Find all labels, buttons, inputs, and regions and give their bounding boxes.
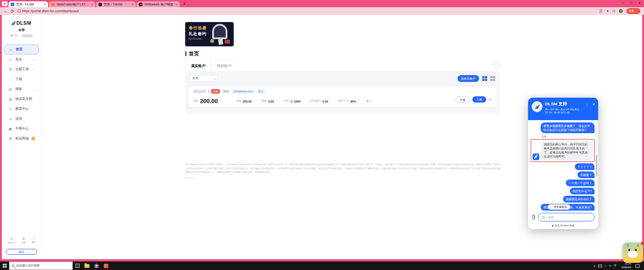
new-tab-button[interactable]: + (183, 1, 186, 6)
chevron-down-icon: ∨ (33, 58, 35, 61)
tab-close-icon[interactable]: ✕ (91, 3, 93, 6)
start-button[interactable] (0, 261, 9, 270)
taskbar-search[interactable]: 在此键入进行搜索 (9, 261, 73, 270)
sidebar: DLSM 全球 账户ID： ⌂ 首页 ¤ 资金 ∨ (2, 15, 42, 259)
new-live-account-button[interactable]: 新真实账户 (457, 75, 480, 82)
browser-tab-dlsm[interactable]: 首页 / DLSM ✕ (9, 1, 48, 7)
extensions-icon[interactable]: ⊡ (612, 9, 615, 13)
page-title: 首页 (185, 50, 199, 57)
points-icon: ❖ (8, 137, 13, 141)
pen-icon[interactable]: ✎ (609, 264, 611, 268)
chat-messages[interactable]: 要我录视频我也录视频了，现在还不给出金是什么意思？纯纯不要脸？ 客服 感谢您的耐… (528, 120, 598, 212)
chevron-down-icon: ∨ (214, 77, 216, 80)
sidebar-item-trading-tools[interactable]: ⚙ 交易工具 ∨ (4, 64, 39, 74)
promo-banner[interactable]: 春行拾趣 礼赴春约 Apr Promotion (185, 22, 234, 46)
account-settings-gear-icon[interactable]: ⚙ (489, 97, 492, 102)
window-controls: ─ □ ✕ (618, 0, 644, 6)
coupon-icon: ▣ (8, 127, 13, 131)
logout-button[interactable]: 退出 (6, 249, 37, 255)
taskbar-clock[interactable]: 19:34 2026/4/6 (620, 262, 633, 269)
support-avatar (532, 101, 542, 112)
list-view-toggle[interactable] (482, 76, 487, 81)
refresh-icon[interactable]: ⟳ (11, 9, 14, 14)
chat-menu-kebab-icon[interactable]: ⋮ (585, 102, 589, 120)
profile-avatar[interactable] (618, 9, 623, 14)
account-id-redacted (22, 34, 33, 37)
browser-tab-m4markets[interactable]: M4 M4Markets 账户概览 ✕ (137, 1, 180, 7)
mascot-chat-launcher[interactable] (623, 243, 643, 263)
chat-minimize-chevron-icon[interactable]: ∨ (592, 102, 595, 120)
tab-strip: ∨ 首页 / DLSM ✕ MetaTrader账户 | ETO Markets… (0, 0, 644, 7)
message-icon: ✉ (10, 237, 13, 241)
deposit-button[interactable]: 入金 (472, 96, 486, 103)
chat-message-agent: 感谢您的耐心等待，由于目前您的账号是由我们的风控团队接手的了，还请您在相关的邮件… (541, 141, 593, 160)
browser-tab-metatrader[interactable]: MetaTrader账户 | ETO Markets Li… ✕ (49, 1, 95, 7)
action-center-icon[interactable] (635, 264, 640, 268)
support-chat-widget: DLSM 支持 周一 (07: 00) - 周六 (24: 00) 周日 07:… (528, 98, 598, 229)
gear-icon: ⚙ (22, 237, 25, 241)
app-icon (104, 264, 108, 268)
status-tag-disabled: 禁用 (211, 89, 220, 94)
chat-message-user: 要我录视频我也录视频了，现在还不给出金是什么意思？纯纯不要脸？ (541, 122, 595, 133)
chat-message-user: ？？？？？ (575, 163, 595, 170)
network-icon[interactable] (598, 265, 602, 267)
chrome-button[interactable] (92, 261, 101, 270)
tab-title: 首页 / DLSM (16, 2, 42, 7)
dlsm-logo: DLSM (2, 20, 41, 26)
grid-view-toggle[interactable] (490, 76, 495, 81)
sidebar-menu: ⌂ 首页 ¤ 资金 ∨ ⚙ 交易工具 ∨ ↓ 下载 (2, 45, 41, 144)
back-icon[interactable]: ← (4, 9, 8, 14)
task-view-button[interactable] (73, 261, 82, 270)
tab-title: MetaTrader账户 | ETO Markets Li… (57, 2, 89, 7)
tab-close-icon[interactable]: ✕ (175, 3, 178, 6)
tab-close-icon[interactable]: ✕ (44, 3, 46, 6)
scroll-to-latest-button[interactable]: ↓ 查看最新的 (548, 204, 570, 210)
site-info-icon[interactable] (18, 9, 21, 13)
m4markets-favicon: M4 (139, 3, 142, 6)
window-menu-chevron-icon[interactable]: ∨ (2, 1, 8, 6)
dlsm-favicon (11, 3, 14, 6)
sidebar-item-points-mall[interactable]: ❖ 积分商城 2 (4, 134, 39, 144)
browser-update-button[interactable]: 更新 ⋮ (626, 8, 640, 14)
sidebar-item-education[interactable]: ✎ 教育中心 (4, 104, 39, 114)
hidden-icons-chevron[interactable]: ∧ (594, 264, 596, 268)
volume-icon[interactable]: ♪ (604, 264, 606, 267)
close-button[interactable]: ✕ (635, 0, 644, 6)
sidebar-item-coupons[interactable]: ▣ 卡券中心 (4, 124, 39, 134)
file-explorer-button[interactable] (82, 261, 92, 270)
sidebar-item-download[interactable]: ↓ 下载 (4, 74, 39, 84)
sidebar-item-agreements[interactable]: ▥ 协议及文档 (4, 94, 39, 104)
account-number-redacted (193, 90, 206, 93)
pinned-app-button[interactable] (101, 261, 111, 270)
bookmark-star-icon[interactable]: ★ (606, 9, 609, 13)
url-field[interactable]: https://portal.dlsm-fxn.com/dashboard (18, 9, 596, 13)
sidebar-item-home[interactable]: ⌂ 首页 (4, 45, 39, 54)
sidebar-item-reports[interactable]: ▤ 报告 ∨ (4, 84, 39, 94)
settings-button[interactable]: ⚙ 设置 (22, 237, 26, 244)
education-icon: ✎ (8, 107, 13, 111)
message-center-button[interactable]: ✉ 消息中心 (8, 237, 16, 244)
chat-message-input[interactable] (538, 213, 595, 221)
sidebar-item-activities[interactable]: ⊙ 活动 (4, 114, 39, 124)
ime-indicator[interactable]: 中 (614, 264, 617, 268)
sidebar-item-funds[interactable]: ¤ 资金 ∨ (4, 54, 39, 64)
help-button[interactable]: ? 帮助 (31, 237, 36, 244)
account-filter-select[interactable]: 所有 ∨ (190, 75, 218, 82)
more-options-button[interactable]: ⋯ (493, 62, 501, 69)
chat-scrollbar-thumb[interactable] (596, 155, 597, 176)
translate-icon[interactable]: 文 (599, 9, 603, 14)
currency-tag: 美元 (257, 89, 265, 94)
withdraw-button[interactable]: 出金 (455, 96, 470, 103)
attachment-paperclip-icon[interactable] (532, 214, 536, 220)
equity-value: 净值 200.00 (193, 98, 236, 104)
chevron-down-icon: ∨ (33, 68, 35, 71)
filter-row: 所有 ∨ 新真实账户 (185, 71, 500, 82)
minimize-button[interactable]: ─ (618, 0, 627, 6)
tab-live-accounts[interactable]: 真实账户 (185, 60, 211, 71)
browser-tab-tmgm[interactable]: 首页 / TMGM ✕ (96, 1, 136, 7)
maximize-button[interactable]: □ (627, 0, 635, 6)
tab-demo-accounts[interactable]: 模拟账户 (211, 60, 237, 71)
tab-close-icon[interactable]: ✕ (131, 3, 133, 6)
chevron-down-icon: ∨ (33, 88, 35, 91)
dlsm-logo-icon (12, 21, 15, 25)
